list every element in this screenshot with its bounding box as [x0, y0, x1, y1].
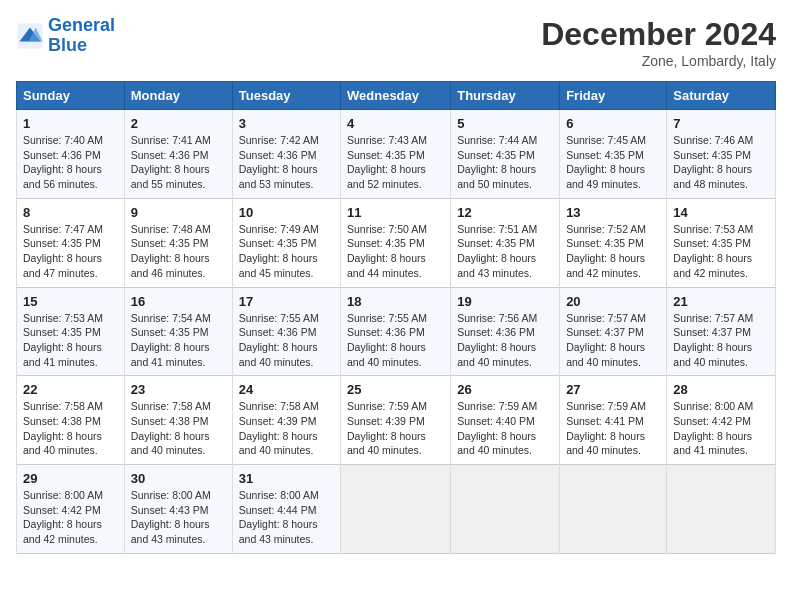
column-headers: SundayMondayTuesdayWednesdayThursdayFrid… — [17, 82, 776, 110]
day-cell: 4 Sunrise: 7:43 AM Sunset: 4:35 PM Dayli… — [341, 110, 451, 199]
day-cell: 10 Sunrise: 7:49 AM Sunset: 4:35 PM Dayl… — [232, 198, 340, 287]
day-number: 5 — [457, 116, 553, 131]
day-detail: Sunrise: 7:56 AM Sunset: 4:36 PM Dayligh… — [457, 311, 553, 370]
day-number: 8 — [23, 205, 118, 220]
day-number: 24 — [239, 382, 334, 397]
week-row-1: 1 Sunrise: 7:40 AM Sunset: 4:36 PM Dayli… — [17, 110, 776, 199]
logo-icon — [16, 22, 44, 50]
day-cell: 21 Sunrise: 7:57 AM Sunset: 4:37 PM Dayl… — [667, 287, 776, 376]
week-row-4: 22 Sunrise: 7:58 AM Sunset: 4:38 PM Dayl… — [17, 376, 776, 465]
day-cell: 29 Sunrise: 8:00 AM Sunset: 4:42 PM Dayl… — [17, 465, 125, 554]
day-detail: Sunrise: 7:41 AM Sunset: 4:36 PM Dayligh… — [131, 133, 226, 192]
day-detail: Sunrise: 7:53 AM Sunset: 4:35 PM Dayligh… — [23, 311, 118, 370]
col-header-tuesday: Tuesday — [232, 82, 340, 110]
day-number: 31 — [239, 471, 334, 486]
day-cell: 11 Sunrise: 7:50 AM Sunset: 4:35 PM Dayl… — [341, 198, 451, 287]
day-cell — [560, 465, 667, 554]
day-cell: 26 Sunrise: 7:59 AM Sunset: 4:40 PM Dayl… — [451, 376, 560, 465]
day-cell: 22 Sunrise: 7:58 AM Sunset: 4:38 PM Dayl… — [17, 376, 125, 465]
day-number: 11 — [347, 205, 444, 220]
calendar-table: SundayMondayTuesdayWednesdayThursdayFrid… — [16, 81, 776, 554]
day-number: 6 — [566, 116, 660, 131]
day-cell: 25 Sunrise: 7:59 AM Sunset: 4:39 PM Dayl… — [341, 376, 451, 465]
day-number: 7 — [673, 116, 769, 131]
day-detail: Sunrise: 7:54 AM Sunset: 4:35 PM Dayligh… — [131, 311, 226, 370]
day-number: 9 — [131, 205, 226, 220]
day-cell: 12 Sunrise: 7:51 AM Sunset: 4:35 PM Dayl… — [451, 198, 560, 287]
day-cell: 19 Sunrise: 7:56 AM Sunset: 4:36 PM Dayl… — [451, 287, 560, 376]
day-cell: 24 Sunrise: 7:58 AM Sunset: 4:39 PM Dayl… — [232, 376, 340, 465]
day-detail: Sunrise: 7:59 AM Sunset: 4:40 PM Dayligh… — [457, 399, 553, 458]
title-block: December 2024 Zone, Lombardy, Italy — [541, 16, 776, 69]
day-cell: 17 Sunrise: 7:55 AM Sunset: 4:36 PM Dayl… — [232, 287, 340, 376]
day-detail: Sunrise: 8:00 AM Sunset: 4:42 PM Dayligh… — [673, 399, 769, 458]
day-detail: Sunrise: 7:45 AM Sunset: 4:35 PM Dayligh… — [566, 133, 660, 192]
day-detail: Sunrise: 8:00 AM Sunset: 4:42 PM Dayligh… — [23, 488, 118, 547]
day-cell: 13 Sunrise: 7:52 AM Sunset: 4:35 PM Dayl… — [560, 198, 667, 287]
day-cell — [667, 465, 776, 554]
day-number: 16 — [131, 294, 226, 309]
day-detail: Sunrise: 7:59 AM Sunset: 4:39 PM Dayligh… — [347, 399, 444, 458]
day-cell: 6 Sunrise: 7:45 AM Sunset: 4:35 PM Dayli… — [560, 110, 667, 199]
day-detail: Sunrise: 7:58 AM Sunset: 4:38 PM Dayligh… — [23, 399, 118, 458]
day-detail: Sunrise: 7:46 AM Sunset: 4:35 PM Dayligh… — [673, 133, 769, 192]
day-number: 26 — [457, 382, 553, 397]
day-cell: 18 Sunrise: 7:55 AM Sunset: 4:36 PM Dayl… — [341, 287, 451, 376]
day-cell: 9 Sunrise: 7:48 AM Sunset: 4:35 PM Dayli… — [124, 198, 232, 287]
day-number: 19 — [457, 294, 553, 309]
day-cell: 14 Sunrise: 7:53 AM Sunset: 4:35 PM Dayl… — [667, 198, 776, 287]
day-number: 13 — [566, 205, 660, 220]
day-detail: Sunrise: 7:57 AM Sunset: 4:37 PM Dayligh… — [566, 311, 660, 370]
day-number: 20 — [566, 294, 660, 309]
day-cell: 27 Sunrise: 7:59 AM Sunset: 4:41 PM Dayl… — [560, 376, 667, 465]
day-detail: Sunrise: 7:53 AM Sunset: 4:35 PM Dayligh… — [673, 222, 769, 281]
week-row-3: 15 Sunrise: 7:53 AM Sunset: 4:35 PM Dayl… — [17, 287, 776, 376]
calendar-title: December 2024 — [541, 16, 776, 53]
day-cell — [451, 465, 560, 554]
day-number: 17 — [239, 294, 334, 309]
day-cell: 28 Sunrise: 8:00 AM Sunset: 4:42 PM Dayl… — [667, 376, 776, 465]
day-cell: 30 Sunrise: 8:00 AM Sunset: 4:43 PM Dayl… — [124, 465, 232, 554]
day-number: 23 — [131, 382, 226, 397]
day-detail: Sunrise: 7:47 AM Sunset: 4:35 PM Dayligh… — [23, 222, 118, 281]
week-row-2: 8 Sunrise: 7:47 AM Sunset: 4:35 PM Dayli… — [17, 198, 776, 287]
day-number: 10 — [239, 205, 334, 220]
day-detail: Sunrise: 7:42 AM Sunset: 4:36 PM Dayligh… — [239, 133, 334, 192]
page-header: General Blue December 2024 Zone, Lombard… — [16, 16, 776, 69]
day-cell: 15 Sunrise: 7:53 AM Sunset: 4:35 PM Dayl… — [17, 287, 125, 376]
day-cell: 31 Sunrise: 8:00 AM Sunset: 4:44 PM Dayl… — [232, 465, 340, 554]
day-number: 4 — [347, 116, 444, 131]
day-cell: 8 Sunrise: 7:47 AM Sunset: 4:35 PM Dayli… — [17, 198, 125, 287]
day-cell: 5 Sunrise: 7:44 AM Sunset: 4:35 PM Dayli… — [451, 110, 560, 199]
day-number: 1 — [23, 116, 118, 131]
day-detail: Sunrise: 7:49 AM Sunset: 4:35 PM Dayligh… — [239, 222, 334, 281]
logo-text: General Blue — [48, 16, 115, 56]
day-detail: Sunrise: 7:55 AM Sunset: 4:36 PM Dayligh… — [239, 311, 334, 370]
day-cell: 16 Sunrise: 7:54 AM Sunset: 4:35 PM Dayl… — [124, 287, 232, 376]
day-number: 29 — [23, 471, 118, 486]
calendar-subtitle: Zone, Lombardy, Italy — [541, 53, 776, 69]
day-cell: 3 Sunrise: 7:42 AM Sunset: 4:36 PM Dayli… — [232, 110, 340, 199]
day-number: 15 — [23, 294, 118, 309]
week-row-5: 29 Sunrise: 8:00 AM Sunset: 4:42 PM Dayl… — [17, 465, 776, 554]
day-detail: Sunrise: 7:40 AM Sunset: 4:36 PM Dayligh… — [23, 133, 118, 192]
col-header-sunday: Sunday — [17, 82, 125, 110]
col-header-friday: Friday — [560, 82, 667, 110]
day-detail: Sunrise: 7:59 AM Sunset: 4:41 PM Dayligh… — [566, 399, 660, 458]
day-number: 12 — [457, 205, 553, 220]
day-detail: Sunrise: 7:55 AM Sunset: 4:36 PM Dayligh… — [347, 311, 444, 370]
col-header-thursday: Thursday — [451, 82, 560, 110]
day-number: 18 — [347, 294, 444, 309]
logo: General Blue — [16, 16, 115, 56]
day-number: 2 — [131, 116, 226, 131]
day-number: 21 — [673, 294, 769, 309]
day-detail: Sunrise: 7:58 AM Sunset: 4:39 PM Dayligh… — [239, 399, 334, 458]
day-cell: 7 Sunrise: 7:46 AM Sunset: 4:35 PM Dayli… — [667, 110, 776, 199]
day-cell: 23 Sunrise: 7:58 AM Sunset: 4:38 PM Dayl… — [124, 376, 232, 465]
col-header-wednesday: Wednesday — [341, 82, 451, 110]
day-detail: Sunrise: 8:00 AM Sunset: 4:43 PM Dayligh… — [131, 488, 226, 547]
day-number: 22 — [23, 382, 118, 397]
day-cell: 1 Sunrise: 7:40 AM Sunset: 4:36 PM Dayli… — [17, 110, 125, 199]
day-number: 25 — [347, 382, 444, 397]
day-number: 27 — [566, 382, 660, 397]
